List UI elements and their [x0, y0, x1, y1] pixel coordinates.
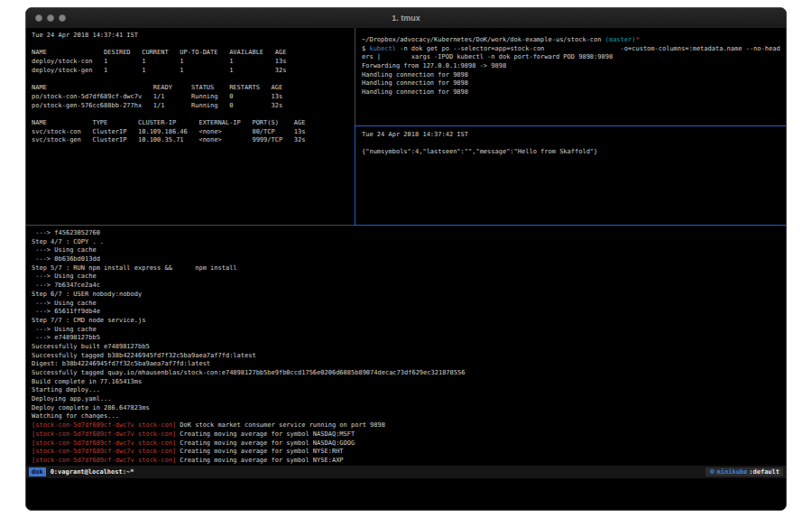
status-right: ☸ minikube :default: [706, 467, 783, 476]
terminal-line: deploy/stock-con 1 1 1 1 13s: [32, 58, 355, 67]
terminal-line: ---> 7b6347ce2a4c: [32, 282, 786, 291]
terminal-line: NAME READY STATUS RESTARTS AGE: [32, 84, 355, 93]
pane-skaffold-log[interactable]: ---> f45623052760Step 4/7 : COPY . . ---…: [26, 226, 786, 466]
terminal-line: ---> f45623052760: [32, 229, 786, 238]
terminal-line: ~/Dropbox/advocacy/Kubernetes/DoK/work/d…: [362, 36, 786, 45]
terminal-line: Deploy complete in 286.647823ms: [32, 404, 786, 413]
pane-divider-vertical-active[interactable]: [355, 125, 355, 226]
terminal-line: Handling connection for 9898: [362, 88, 786, 97]
terminal-line: svc/stock-con ClusterIP 10.109.186.46 <n…: [32, 128, 355, 137]
terminal-line: ---> Using cache: [32, 273, 786, 282]
terminal-line: NAME TYPE CLUSTER-IP EXTERNAL-IP PORT(S)…: [32, 119, 355, 128]
terminal-line: NAME DESIRED CURRENT UP-TO-DATE AVAILABL…: [32, 49, 355, 58]
terminal-line: Successfully built e74898127bb5: [32, 343, 786, 352]
terminal-line: {"numsymbols":4,"lastseen":"","message":…: [362, 148, 786, 157]
terminal-line: Step 4/7 : COPY . .: [32, 238, 786, 247]
terminal-line: Handling connection for 9898: [362, 79, 786, 88]
session-badge: dok: [29, 467, 46, 476]
kube-context-label: minikube: [717, 468, 748, 476]
terminal-line: Step 6/7 : USER nobody:nobody: [32, 291, 786, 300]
terminal-line: [stock-con-5d7df689cf-dwc7v stock-con] D…: [32, 421, 786, 430]
window-list-item[interactable]: 0:vagrant@localhost:~*: [51, 468, 134, 476]
terminal-line: ---> Using cache: [32, 326, 786, 335]
terminal-line: Forwarding from 127.0.0.1:9898 -> 9898: [362, 62, 786, 71]
terminal-line: ---> e74898127bb5: [32, 334, 786, 343]
pane-kubectl-watch[interactable]: Tue 24 Apr 2018 14:37:41 ISTNAME DESIRED…: [26, 28, 355, 225]
terminal-line: [stock-con-5d7df689cf-dwc7v stock-con] C…: [32, 430, 786, 439]
terminal-line: Tue 24 Apr 2018 14:37:42 IST: [362, 131, 786, 140]
pane-port-forward[interactable]: ~/Dropbox/advocacy/Kubernetes/DoK/work/d…: [356, 28, 786, 125]
terminal-line: [32, 41, 355, 50]
terminal-line: po/stock-con-5d7df689cf-dwc7v 1/1 Runnin…: [32, 93, 355, 102]
terminal-line: ---> Using cache: [32, 300, 786, 309]
terminal-line: ---> 65611ff9db4e: [32, 308, 786, 317]
terminal-line: Successfully tagged quay.io/mhausenblas/…: [32, 369, 786, 378]
terminal-line: svc/stock-gen ClusterIP 10.100.35.71 <no…: [32, 136, 355, 145]
pane-service-response[interactable]: Tue 24 Apr 2018 14:37:42 IST{"numsymbols…: [356, 126, 786, 225]
kubernetes-wheel-icon: ☸: [709, 468, 715, 476]
terminal-line: ers | xargs -IPOD kubectl -n dok port-fo…: [362, 53, 786, 62]
terminal-line: [stock-con-5d7df689cf-dwc7v stock-con] C…: [32, 448, 786, 457]
terminal-line: Handling connection for 9898: [362, 71, 786, 80]
pane-divider-vertical-inactive[interactable]: [355, 28, 355, 125]
terminal-line: po/stock-gen-576cc688bb-277hx 1/1 Runnin…: [32, 102, 355, 111]
terminal-line: ---> Using cache: [32, 246, 786, 255]
terminal-line: Step 7/7 : CMD node service.js: [32, 317, 786, 326]
terminal-line: [32, 75, 355, 84]
terminal-line: [32, 110, 355, 119]
pane-divider-horizontal-active-top[interactable]: [355, 125, 786, 126]
terminal-line: Step 5/7 : RUN npm install express && np…: [32, 264, 786, 273]
window-titlebar[interactable]: 1. tmux: [26, 8, 786, 29]
window-title: 1. tmux: [26, 8, 786, 28]
terminal-line: [362, 140, 786, 149]
terminal-line: Digest: b38b42246945fd7f32c5ba9aea7af7fd…: [32, 360, 786, 369]
tmux-terminal: Tue 24 Apr 2018 14:37:41 ISTNAME DESIRED…: [26, 28, 786, 510]
terminal-window: 1. tmux Tue 24 Apr 2018 14:37:41 ISTNAME…: [25, 7, 787, 511]
terminal-line: deploy/stock-gen 1 1 1 1 32s: [32, 67, 355, 76]
terminal-line: Starting deploy...: [32, 386, 786, 395]
terminal-line: Successfully tagged b38b42246945fd7f32c5…: [32, 352, 786, 361]
terminal-line: Watching for changes...: [32, 412, 786, 421]
terminal-line: Tue 24 Apr 2018 14:37:41 IST: [32, 32, 355, 41]
terminal-line: Build complete in 77.165413ms: [32, 378, 786, 387]
desktop: 1. tmux Tue 24 Apr 2018 14:37:41 ISTNAME…: [0, 0, 812, 518]
terminal-line: [stock-con-5d7df689cf-dwc7v stock-con] C…: [32, 457, 786, 466]
terminal-line: [stock-con-5d7df689cf-dwc7v stock-con] C…: [32, 439, 786, 449]
terminal-line: ---> 0b636bd013dd: [32, 255, 786, 264]
terminal-line: Deploying app.yaml...: [32, 395, 786, 404]
terminal-line: $ kubectl -n dok get po --selector=app=s…: [362, 45, 786, 54]
pane-divider-horizontal-active-bottom[interactable]: [355, 225, 786, 226]
kube-namespace-label: :default: [749, 468, 780, 476]
pane-divider-horizontal-inactive[interactable]: [26, 225, 355, 226]
tmux-status-bar: dok 0:vagrant@localhost:~* ☸ minikube :d…: [26, 466, 786, 478]
